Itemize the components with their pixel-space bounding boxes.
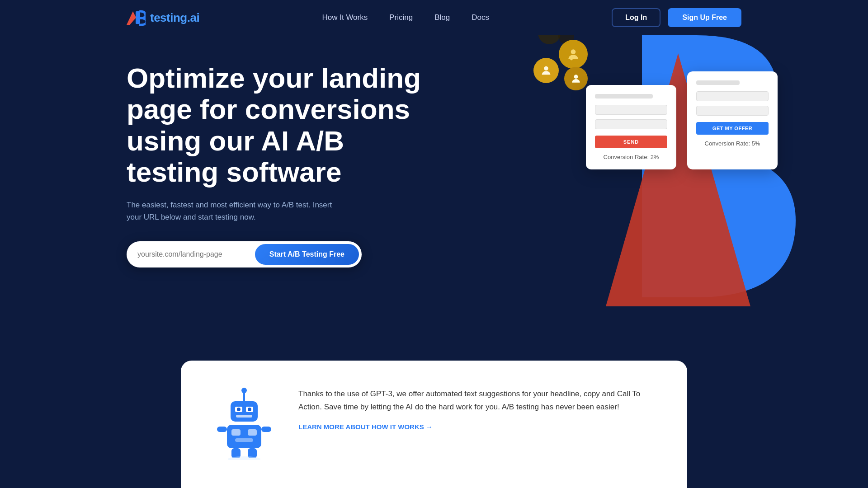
svg-point-3 — [570, 58, 572, 60]
bottom-body-text: Thanks to the use of GPT-3, we offer aut… — [298, 388, 651, 414]
nav-blog[interactable]: Blog — [434, 13, 450, 22]
svg-point-5 — [544, 66, 548, 70]
mock-forms: SEND Conversion Rate: 2% GET MY OFFER Co… — [586, 71, 778, 169]
svg-point-15 — [248, 408, 251, 411]
form-a-conversion: Conversion Rate: 2% — [595, 154, 667, 160]
login-button[interactable]: Log In — [612, 8, 660, 27]
bottom-wrapper: Thanks to the use of GPT-3, we offer aut… — [0, 361, 868, 488]
svg-rect-16 — [236, 415, 252, 418]
user-icon-2 — [540, 64, 552, 77]
user-icon-1 — [566, 47, 580, 61]
user-avatar-1 — [559, 40, 588, 69]
logo-icon — [127, 9, 146, 26]
svg-rect-20 — [235, 438, 253, 442]
form-a-header — [595, 94, 653, 99]
svg-rect-22 — [261, 427, 271, 432]
nav-how-it-works[interactable]: How It Works — [322, 13, 368, 22]
form-b-field-2[interactable] — [696, 106, 769, 116]
svg-point-2 — [571, 49, 576, 54]
robot-svg — [217, 388, 271, 460]
nav-buttons: Log In Sign Up Free — [612, 8, 741, 27]
url-input[interactable] — [137, 250, 255, 258]
svg-rect-21 — [217, 427, 227, 432]
mock-form-b: GET MY OFFER Conversion Rate: 5% — [687, 71, 778, 169]
form-a-field-2[interactable] — [595, 119, 667, 129]
svg-rect-17 — [227, 425, 261, 448]
hero-content: Optimize your landing page for conversio… — [127, 62, 434, 267]
form-b-field-1[interactable] — [696, 91, 769, 101]
form-b-submit[interactable]: GET MY OFFER — [696, 122, 769, 135]
svg-rect-11 — [231, 401, 258, 422]
svg-marker-0 — [127, 11, 136, 25]
svg-rect-19 — [248, 429, 257, 436]
user-avatar-3 — [564, 67, 588, 90]
svg-point-4 — [574, 56, 576, 59]
signup-button[interactable]: Sign Up Free — [668, 8, 741, 27]
mock-form-a: SEND Conversion Rate: 2% — [586, 85, 676, 169]
logo-text: testing.ai — [150, 11, 199, 25]
logo[interactable]: testing.ai — [127, 9, 199, 26]
form-a-field-1[interactable] — [595, 105, 667, 115]
nav-links: How It Works Pricing Blog Docs — [322, 13, 489, 22]
form-b-header — [696, 80, 740, 85]
bottom-text-content: Thanks to the use of GPT-3, we offer aut… — [298, 388, 651, 431]
form-a-submit[interactable]: SEND — [595, 136, 667, 148]
svg-rect-18 — [231, 429, 241, 436]
svg-point-6 — [574, 75, 578, 79]
form-b-conversion: Conversion Rate: 5% — [696, 140, 769, 147]
bottom-section: Thanks to the use of GPT-3, we offer aut… — [181, 361, 687, 488]
nav-pricing[interactable]: Pricing — [389, 13, 413, 22]
start-testing-button[interactable]: Start A/B Testing Free — [255, 244, 359, 265]
hero-cta-form: Start A/B Testing Free — [127, 241, 362, 267]
hero-title: Optimize your landing page for conversio… — [127, 62, 434, 188]
user-icon-3 — [570, 73, 582, 84]
hero-subtitle: The easiest, fastest and most efficient … — [127, 199, 344, 223]
hero-section: Optimize your landing page for conversio… — [0, 35, 868, 306]
learn-more-link[interactable]: LEARN MORE ABOUT HOW IT WORKS → — [298, 423, 651, 431]
robot-icon-container — [217, 388, 271, 462]
svg-point-14 — [237, 408, 241, 411]
decorative-circle-1 — [538, 35, 561, 44]
svg-point-10 — [241, 388, 247, 393]
navbar: testing.ai How It Works Pricing Blog Doc… — [0, 0, 868, 35]
hero-visual: SEND Conversion Rate: 2% GET MY OFFER Co… — [461, 35, 868, 306]
nav-docs[interactable]: Docs — [472, 13, 489, 22]
user-avatar-2 — [533, 58, 559, 83]
